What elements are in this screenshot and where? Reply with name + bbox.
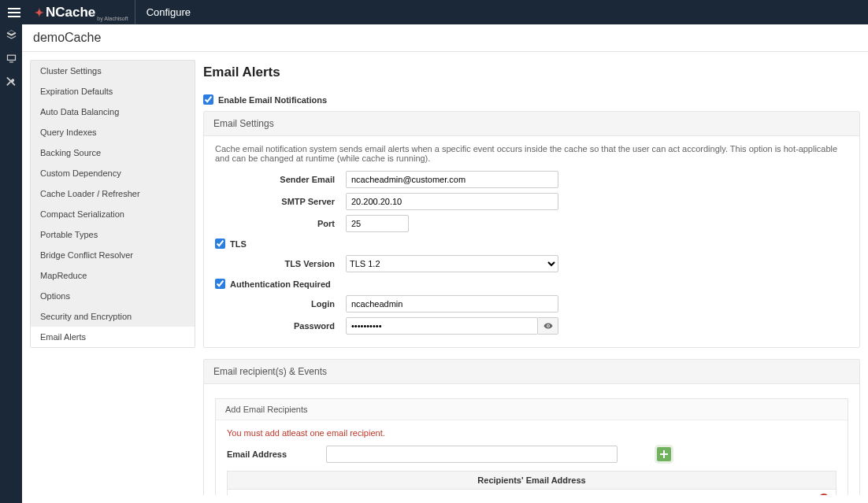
sidenav-item-auto-data-balancing[interactable]: Auto Data Balancing [31, 102, 195, 122]
email-settings-header: Email Settings [204, 112, 859, 136]
topbar: ✦NCache by Alachisoft Configure [0, 0, 868, 24]
auth-required-checkbox[interactable] [215, 279, 225, 289]
email-settings-panel: Email Settings Cache email notification … [203, 111, 860, 348]
recipient-row: ncache@customer.com [228, 490, 836, 495]
sidenav-item-custom-dependency[interactable]: Custom Dependency [31, 163, 195, 183]
tls-row: TLS [215, 239, 848, 249]
eye-icon [543, 321, 553, 331]
sidenav-item-portable-types[interactable]: Portable Types [31, 224, 195, 245]
smtp-server-input[interactable] [346, 193, 558, 210]
recipients-error: You must add atleast one email recipient… [227, 428, 836, 438]
recipient-email: ncache@customer.com [234, 494, 818, 495]
sidenav-item-bridge-conflict-resolver[interactable]: Bridge Conflict Resolver [31, 245, 195, 265]
add-recipients-panel: Add Email Recipients You must add atleas… [215, 398, 848, 495]
recipients-table: Recipients' Email Address ncache@custome… [227, 471, 836, 495]
remove-recipient-button[interactable] [818, 494, 829, 495]
tls-version-label: TLS Version [215, 259, 346, 268]
enable-notifications-checkbox[interactable] [203, 94, 213, 105]
tls-version-select[interactable]: TLS 1.2 [346, 255, 558, 272]
sidenav-item-options[interactable]: Options [31, 286, 195, 306]
sidenav: Cluster SettingsExpiration DefaultsAuto … [30, 60, 195, 348]
auth-required-row: Authentication Required [215, 279, 848, 289]
logo-text: ✦NCache [35, 0, 95, 24]
plus-icon [660, 450, 668, 458]
sidenav-item-email-alerts[interactable]: Email Alerts [31, 327, 195, 347]
tls-label: TLS [230, 239, 247, 249]
sidenav-item-security-and-encryption[interactable]: Security and Encryption [31, 306, 195, 327]
port-label: Port [215, 219, 346, 228]
recipients-table-header: Recipients' Email Address [228, 472, 836, 490]
password-input[interactable] [346, 317, 538, 335]
smtp-server-label: SMTP Server [215, 197, 346, 206]
recipients-events-panel: Email recipient(s) & Events Add Email Re… [203, 359, 860, 495]
email-address-label: Email Address [227, 449, 287, 459]
breadcrumb: demoCache [22, 24, 868, 52]
email-settings-description: Cache email notification system sends em… [215, 144, 848, 163]
main-content: Email Alerts Enable Email Notifications … [203, 60, 860, 495]
add-recipient-button[interactable] [657, 447, 671, 461]
sidenav-item-cache-loader-refresher[interactable]: Cache Loader / Refresher [31, 183, 195, 204]
port-input[interactable] [346, 215, 409, 232]
password-reveal-button[interactable] [538, 317, 558, 335]
add-recipients-header: Add Email Recipients [216, 399, 848, 420]
topbar-title: Configure [135, 6, 202, 18]
iconbar-monitor-icon[interactable] [6, 53, 17, 67]
iconbar-tools-icon[interactable] [6, 76, 17, 91]
login-label: Login [215, 299, 346, 309]
logo-icon: ✦ [35, 6, 44, 19]
recipients-events-header: Email recipient(s) & Events [204, 360, 859, 384]
logo: ✦NCache by Alachisoft [28, 0, 135, 24]
email-address-input[interactable] [326, 446, 618, 463]
tls-checkbox[interactable] [215, 239, 225, 249]
enable-notifications-label: Enable Email Notifications [218, 95, 327, 105]
sidenav-item-compact-serialization[interactable]: Compact Serialization [31, 204, 195, 224]
sender-email-label: Sender Email [215, 175, 346, 184]
page-title: Email Alerts [203, 60, 860, 88]
sidenav-item-cluster-settings[interactable]: Cluster Settings [31, 61, 195, 81]
sender-email-input[interactable] [346, 171, 558, 188]
sidenav-item-backing-source[interactable]: Backing Source [31, 142, 195, 163]
sidenav-item-expiration-defaults[interactable]: Expiration Defaults [31, 81, 195, 102]
password-label: Password [215, 321, 346, 331]
sidenav-item-query-indexes[interactable]: Query Indexes [31, 122, 195, 142]
iconbar [0, 24, 22, 503]
hamburger-menu[interactable] [0, 12, 28, 13]
auth-required-label: Authentication Required [230, 279, 331, 289]
iconbar-cluster-icon[interactable] [6, 29, 17, 43]
sidenav-item-mapreduce[interactable]: MapReduce [31, 265, 195, 286]
login-input[interactable] [346, 295, 558, 313]
logo-subtext: by Alachisoft [97, 16, 128, 21]
enable-notifications-row: Enable Email Notifications [203, 94, 860, 105]
